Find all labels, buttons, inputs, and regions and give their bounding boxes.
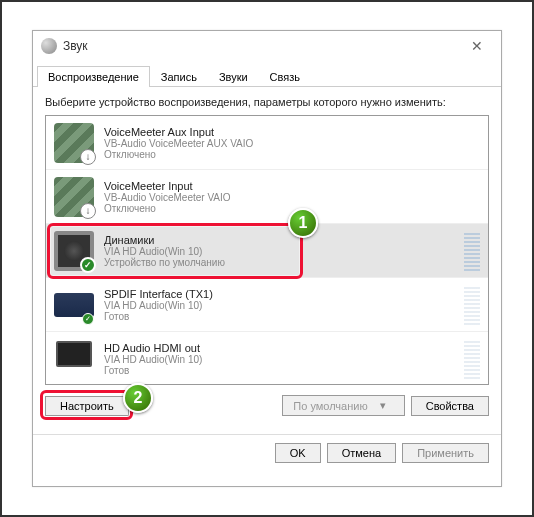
interface-icon: [54, 285, 94, 325]
device-name: HD Audio HDMI out: [104, 342, 458, 354]
configure-button[interactable]: Настроить: [45, 396, 129, 416]
tab-playback[interactable]: Воспроизведение: [37, 66, 150, 87]
dialog-button-row: OK Отмена Применить: [33, 434, 501, 471]
device-status: Готов: [104, 365, 458, 376]
arrow-down-icon: [80, 149, 96, 165]
device-desc: VIA HD Audio(Win 10): [104, 354, 458, 365]
device-item[interactable]: SPDIF Interface (TX1) VIA HD Audio(Win 1…: [46, 278, 488, 332]
device-item-selected[interactable]: Динамики VIA HD Audio(Win 10) Устройство…: [46, 224, 488, 278]
set-default-dropdown[interactable]: По умолчанию: [282, 395, 404, 416]
titlebar: Звук ✕: [33, 31, 501, 61]
set-default-label: По умолчанию: [293, 400, 367, 412]
properties-button[interactable]: Свойства: [411, 396, 489, 416]
device-item[interactable]: VoiceMeeter Aux Input VB-Audio VoiceMeet…: [46, 116, 488, 170]
device-desc: VIA HD Audio(Win 10): [104, 246, 458, 257]
device-name: VoiceMeeter Aux Input: [104, 126, 480, 138]
tab-sounds[interactable]: Звуки: [208, 66, 259, 87]
tab-comm[interactable]: Связь: [259, 66, 311, 87]
tab-record[interactable]: Запись: [150, 66, 208, 87]
device-status: Устройство по умолчанию: [104, 257, 458, 268]
arrow-down-icon: [80, 203, 96, 219]
device-item[interactable]: VoiceMeeter Input VB-Audio VoiceMeeter V…: [46, 170, 488, 224]
window-title: Звук: [63, 39, 88, 53]
device-list[interactable]: VoiceMeeter Aux Input VB-Audio VoiceMeet…: [45, 115, 489, 385]
device-status: Отключено: [104, 149, 480, 160]
device-name: Динамики: [104, 234, 458, 246]
close-icon[interactable]: ✕: [461, 34, 493, 58]
apply-button[interactable]: Применить: [402, 443, 489, 463]
device-name: VoiceMeeter Input: [104, 180, 480, 192]
check-icon: [82, 313, 94, 325]
device-item[interactable]: HD Audio HDMI out VIA HD Audio(Win 10) Г…: [46, 332, 488, 385]
sound-dialog: Звук ✕ Воспроизведение Запись Звуки Связ…: [32, 30, 502, 487]
monitor-icon: [54, 339, 94, 379]
sound-icon: [41, 38, 57, 54]
cancel-button[interactable]: Отмена: [327, 443, 396, 463]
check-icon: [80, 257, 96, 273]
device-desc: VB-Audio VoiceMeeter AUX VAIO: [104, 138, 480, 149]
device-icon-aux: [54, 177, 94, 217]
device-status: Отключено: [104, 203, 480, 214]
speaker-icon: [54, 231, 94, 271]
ok-button[interactable]: OK: [275, 443, 321, 463]
tabstrip: Воспроизведение Запись Звуки Связь: [33, 65, 501, 87]
device-icon-aux: [54, 123, 94, 163]
level-meter: [464, 231, 480, 271]
level-meter: [464, 339, 480, 379]
device-desc: VIA HD Audio(Win 10): [104, 300, 458, 311]
level-meter: [464, 285, 480, 325]
instruction-text: Выберите устройство воспроизведения, пар…: [45, 95, 489, 109]
device-name: SPDIF Interface (TX1): [104, 288, 458, 300]
device-status: Готов: [104, 311, 458, 322]
device-desc: VB-Audio VoiceMeeter VAIO: [104, 192, 480, 203]
